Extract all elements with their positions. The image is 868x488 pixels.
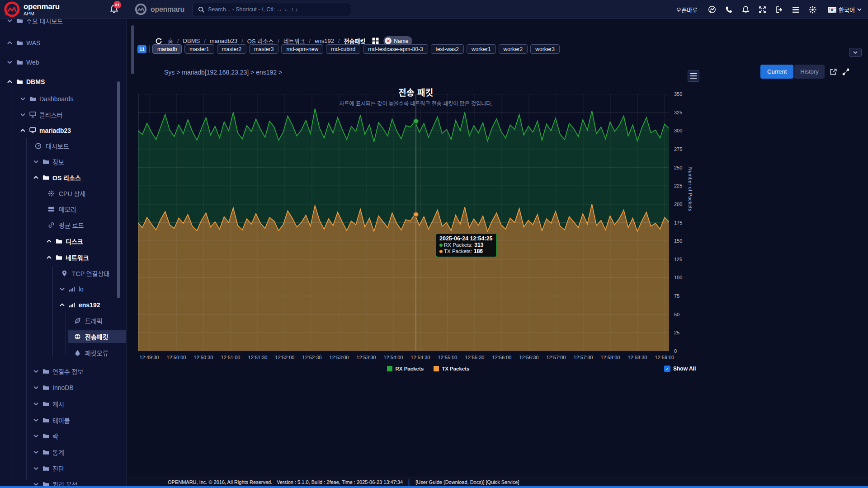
sidebar-item-innodb[interactable]: InnoDB	[0, 381, 127, 394]
host-tag-master2[interactable]: master2	[217, 44, 246, 54]
folder-icon	[29, 96, 36, 103]
history-button[interactable]: History	[794, 65, 824, 79]
sidebar-item-info[interactable]: 정보	[0, 155, 127, 168]
grid-view-button[interactable]	[371, 37, 379, 45]
sidebar-item-dbms[interactable]: DBMS	[0, 75, 127, 88]
filter-chip-label: Name	[394, 38, 408, 44]
footer: OPENMARU, Inc. © 2016, All Rights Reserv…	[127, 478, 868, 486]
sidebar-item-network[interactable]: 네트워크	[0, 251, 127, 264]
host-tag-rnd-apm-new[interactable]: rnd-apm-new	[281, 44, 323, 54]
packets-area-chart[interactable]	[138, 94, 669, 351]
sidebar-item-label: 메모리	[59, 205, 76, 214]
monitor-icon	[29, 127, 36, 134]
search-input[interactable]	[208, 6, 345, 13]
show-all-toggle[interactable]: ✓ Show All	[664, 366, 696, 372]
sidebar-item-lo[interactable]: lo	[0, 283, 127, 296]
tree-guide-line	[13, 90, 13, 480]
chevron-up-icon	[7, 80, 12, 84]
sidebar-item-disk[interactable]: 디스크	[0, 235, 127, 248]
sidebar-item-stats[interactable]: 통계	[0, 446, 127, 459]
sidebar-item-cache[interactable]: 캐시	[0, 398, 127, 410]
logout-button[interactable]	[775, 5, 783, 14]
legend-item-tx[interactable]: TX Packets	[434, 366, 469, 371]
sidebar-item-mariadb23[interactable]: mariadb23	[0, 124, 127, 137]
signal-icon	[69, 286, 75, 293]
open-external-button[interactable]	[829, 68, 837, 76]
footer-links[interactable]: [User Guide (Download, Docs)] [Quick Ser…	[415, 479, 519, 485]
host-tag-rnd-cubird[interactable]: rnd-cubird	[326, 44, 360, 54]
sidebar-item-load-avg[interactable]: 평균 로드	[0, 219, 127, 231]
breadcrumb-separator: /	[278, 38, 279, 44]
sidebar-item-dashboards[interactable]: Dashboards	[0, 93, 127, 105]
expand-chart-button[interactable]	[842, 68, 850, 76]
fullscreen-button[interactable]	[758, 5, 766, 14]
show-all-checkbox[interactable]: ✓	[664, 366, 670, 372]
openmaru-gray-logo-icon	[134, 3, 147, 16]
host-tag-worker3[interactable]: worker3	[530, 44, 560, 54]
chart-menu-button[interactable]	[688, 70, 699, 82]
tree-guide-line	[52, 266, 53, 357]
sidebar-item-memory[interactable]: 메모리	[0, 203, 127, 216]
settings-gear-button[interactable]	[808, 5, 816, 14]
y-tick-label: 275	[674, 146, 682, 152]
host-tag-master3[interactable]: master3	[249, 44, 278, 54]
sidebar-item-bottom-clipped[interactable]: 쿼리 분석	[0, 478, 127, 486]
sidebar-item-lock[interactable]: 락	[0, 430, 127, 442]
phone-button[interactable]	[725, 5, 733, 14]
legend-label: RX Packets	[395, 366, 424, 371]
sidebar-item-label: 주요 대시보드	[26, 19, 63, 25]
remove-filter-icon[interactable]: ✕	[385, 38, 392, 44]
host-tag-worker2[interactable]: worker2	[499, 44, 528, 54]
language-selector[interactable]: 한국어	[828, 5, 862, 14]
sidebar-item-cpu-detail[interactable]: CPU 상세	[0, 187, 127, 200]
folder-icon	[42, 368, 49, 375]
sidebar-item-traffic[interactable]: 트래픽	[0, 314, 127, 327]
sidebar-item-cluster[interactable]: 클러스터	[0, 108, 127, 121]
main-scrollbar[interactable]	[131, 25, 134, 74]
show-all-label: Show All	[673, 366, 696, 372]
openmaru-status-button[interactable]	[708, 5, 716, 14]
host-tag-test-was2[interactable]: test-was2	[431, 44, 464, 54]
sidebar-item-web[interactable]: Web	[0, 56, 127, 69]
sidebar-item-connections[interactable]: 연결수 정보	[0, 365, 127, 378]
tag-dropdown-button[interactable]	[849, 48, 862, 57]
secondary-brand[interactable]: openmaru	[134, 3, 184, 16]
host-tag-rnd-testcase-apm-80-3[interactable]: rnd-testcase-apm-80-3	[363, 44, 428, 54]
y-axis-title: Number of Packets	[688, 167, 693, 211]
app-title: openmaru	[24, 3, 60, 10]
sidebar-item-was[interactable]: WAS	[0, 37, 127, 49]
sidebar-item-table[interactable]: 테이블	[0, 414, 127, 427]
scope-breadcrumb[interactable]: Sys > mariadb[192.168.23.23] > ens192 >	[164, 69, 282, 76]
breadcrumb-item-5[interactable]: ens192	[315, 38, 334, 44]
sidebar-item-label: 테이블	[52, 416, 70, 425]
sidebar-item-tcp-status[interactable]: TCP 연결상태	[0, 267, 127, 280]
sidebar-item-label: 캐시	[52, 399, 64, 408]
sidebar-item-diagnosis[interactable]: 진단	[0, 462, 127, 475]
host-tag-mariadb[interactable]: mariadb	[152, 44, 182, 54]
current-button[interactable]: Current	[760, 65, 793, 79]
y-tick-label: 75	[674, 293, 679, 299]
sidebar-item-label: TCP 연결상태	[72, 269, 109, 278]
legend-item-rx[interactable]: RX Packets	[387, 366, 424, 371]
app-logo[interactable]: openmaru APM	[4, 1, 60, 18]
breadcrumb-item-2[interactable]: mariadb23	[210, 38, 237, 44]
chart-tooltip: 2025-06-24 12:54:25 RX Packets: 313 TX P…	[436, 233, 497, 257]
y-tick-label: 350	[674, 91, 682, 97]
breadcrumb-item-1[interactable]: DBMS	[183, 38, 200, 44]
sidebar-item-top-clipped[interactable]: 주요 대시보드	[0, 19, 127, 27]
legend-swatch	[434, 366, 439, 371]
sidebar-item-os-resource[interactable]: OS 리소스	[0, 171, 127, 184]
menu-button[interactable]	[792, 5, 800, 14]
sidebar-scrollbar[interactable]	[117, 81, 120, 298]
alerts-bell-button[interactable]	[741, 5, 750, 14]
chevron-down-icon	[7, 61, 12, 64]
host-tag-worker1[interactable]: worker1	[467, 44, 496, 54]
sidebar-item-ens192[interactable]: ens192	[0, 299, 127, 311]
refresh-button[interactable]	[155, 37, 163, 45]
host-tag-master1[interactable]: master1	[184, 44, 214, 54]
sidebar-item-packet-error[interactable]: 패킷오류	[0, 347, 127, 359]
notification-bell[interactable]: 81	[110, 4, 118, 15]
y-tick-label: 100	[674, 275, 682, 280]
sidebar-item-dashboard[interactable]: 대시보드	[0, 140, 127, 152]
sidebar-item-packets[interactable]: 전송패킷	[0, 330, 127, 343]
